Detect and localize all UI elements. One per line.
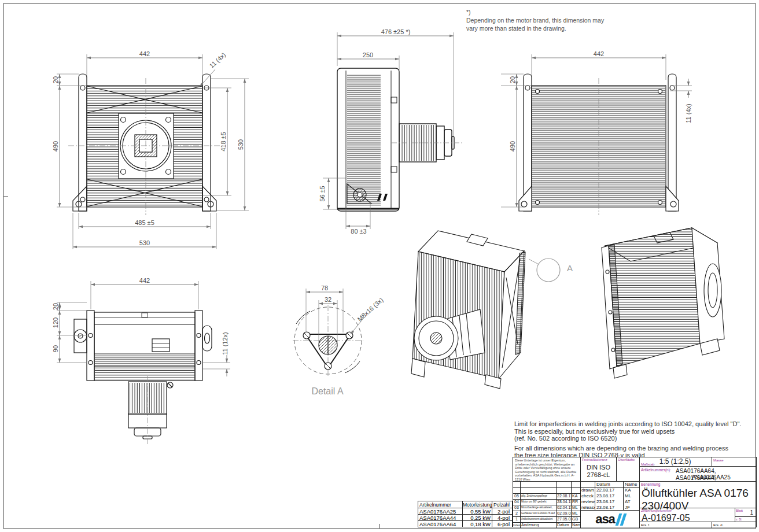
parts-cell: 0,55 kW bbox=[463, 508, 492, 514]
revision-header-name: Name bbox=[572, 522, 581, 528]
dim-side-foot-height: 56 ±5 bbox=[319, 186, 326, 201]
revision-index: 03 bbox=[513, 505, 521, 511]
dim-top-offset: 20 bbox=[52, 303, 59, 310]
revision-date: 28.04.15 bbox=[557, 499, 572, 505]
sheet-of-label: v. Bl. bbox=[735, 517, 757, 521]
motor-footnote: *) Depending on the motor brand, this di… bbox=[466, 8, 604, 32]
mass-cell: Masse bbox=[712, 457, 757, 467]
dim-top-depth-upper: 120 bbox=[52, 317, 59, 328]
surface-cell: Oberfläche bbox=[617, 457, 640, 482]
dim-top-hole: 11 (12x) bbox=[222, 332, 229, 355]
designation-cell: Benennung Ölluftkühler ASA 0176 230/400V bbox=[640, 482, 757, 508]
parts-cell: 4-pol bbox=[492, 515, 511, 520]
drawing-number-value: A-01697-05 bbox=[640, 513, 735, 523]
drawing-sheet: 442 20 490 11 (4x) 418 ±5 530 485 ±5 530… bbox=[0, 0, 759, 532]
drawing-number-label: Zeichnungsnummer bbox=[640, 508, 735, 513]
weld-note-line: This is especially, but not exclusively … bbox=[514, 428, 741, 435]
revision-date: 02.04.15 bbox=[557, 505, 572, 511]
revision-change: Artikelnummern aktualisiert bbox=[521, 516, 557, 522]
dim-rear-offset-top: 20 bbox=[509, 76, 516, 83]
parts-cell: ASA0176AA25 bbox=[418, 508, 463, 514]
revision-change: Gehäuse von ILR0A0176 auf ILR0A0177 geän… bbox=[521, 511, 557, 516]
dim-front-height-inner: 418 ±5 bbox=[220, 132, 227, 152]
signature-row-label: release bbox=[581, 505, 595, 511]
weld-note-line: (ref. No. 502 according to ISO 6520) bbox=[514, 435, 741, 442]
dim-side-total-length: 476 ±25 *) bbox=[381, 28, 411, 35]
revision-header-change: Änderung bbox=[521, 522, 557, 528]
dim-side-foot-width: 80 ±3 bbox=[351, 228, 366, 235]
mass-label: Masse bbox=[712, 457, 757, 463]
revision-date: 02.09.03 bbox=[557, 511, 572, 516]
dim-front-height: 490 bbox=[52, 141, 59, 152]
footnote-line2: vary more than stated in the drawing. bbox=[466, 24, 604, 32]
dim-front-width: 442 bbox=[139, 50, 150, 57]
title-block: Diese Unterlage ist unser Eigentum, urhe… bbox=[513, 457, 757, 527]
replaced-by-cell: Ers. d. bbox=[712, 522, 757, 528]
tolerance-label: Freimaßtoleranz bbox=[581, 457, 616, 462]
parts-header-motorleistung: Motorleistung bbox=[463, 501, 492, 508]
dim-top-depth-lower: 90 bbox=[52, 345, 59, 352]
dim-rear-width: 442 bbox=[594, 50, 604, 57]
parts-cell: ASA0176AA64 bbox=[418, 521, 463, 527]
ownership-note: Diese Unterlage ist unser Eigentum, urhe… bbox=[513, 457, 581, 482]
parts-header-artikelnummer: Artikelnummer bbox=[418, 501, 463, 508]
dim-front-width-inner: 485 ±5 bbox=[135, 219, 154, 226]
signature-block: Datum Name drawn 22.08.17 KA check stat.… bbox=[581, 482, 640, 511]
parts-cell: 2-pol bbox=[492, 508, 511, 514]
dim-rear-height: 490 bbox=[509, 141, 516, 152]
dim-front-height-outer: 530 bbox=[237, 139, 244, 150]
revision-index: 05 bbox=[513, 493, 521, 499]
signature-name-header: Name bbox=[624, 482, 640, 487]
tolerance-value-line2: 2768-cL bbox=[581, 471, 616, 479]
parts-cell: 0,25 kW bbox=[463, 515, 492, 520]
iso-detail-callout: A bbox=[567, 263, 573, 273]
drawing-number-cell: Zeichnungsnummer A-01697-05 bbox=[640, 508, 735, 522]
revision-date: 27.05.03 bbox=[557, 516, 572, 522]
sheet-label: Blatt bbox=[736, 509, 743, 513]
part-title-line1: Ölluftkühler ASA 0176 bbox=[642, 487, 749, 500]
signature-row-label: review bbox=[581, 499, 595, 505]
logo-cell: asa bbox=[581, 511, 640, 528]
tolerance-value-line1: DIN ISO bbox=[581, 464, 616, 471]
signature-row-name: KA bbox=[624, 487, 640, 493]
scale-value: 1:5 (1:2,5) bbox=[659, 457, 691, 466]
revision-index: 2 bbox=[513, 511, 521, 516]
signature-row-name: AT bbox=[624, 499, 640, 505]
revision-index: 04 bbox=[513, 499, 521, 505]
signature-row-date: 22.08.17 bbox=[595, 487, 624, 493]
signature-row-name: ML bbox=[624, 493, 640, 499]
sheet-number: 1 bbox=[750, 509, 753, 516]
asa-logo: asa bbox=[581, 511, 639, 528]
article-number-line2: ASA0176AA25 bbox=[692, 474, 731, 481]
surface-label: Oberfläche bbox=[617, 457, 639, 462]
replaces-for-cell: Ers. f. bbox=[640, 522, 712, 528]
revision-header-index: Index bbox=[513, 522, 521, 528]
signature-row-date: 23.08.17 bbox=[595, 493, 624, 499]
scale-label: Maßstab bbox=[640, 461, 654, 467]
footnote-line1: Depending on the motor brand, this dimen… bbox=[466, 16, 604, 24]
revision-change: Motorbaulänge aktualisiert, Motor um 90°… bbox=[521, 505, 557, 511]
signature-row-date: 23.08.17 bbox=[595, 499, 624, 505]
revision-header-date: Datum bbox=[557, 522, 572, 528]
signature-row-label: drawn bbox=[581, 487, 595, 493]
parts-cell: 6-pol bbox=[492, 521, 511, 527]
sheet-cell: Blatt 1 v. Bl. bbox=[735, 508, 757, 522]
revision-name: RR bbox=[572, 499, 581, 505]
scale-cell: Maßstab 1:5 (1:2,5) bbox=[640, 457, 712, 467]
dim-side-depth: 250 bbox=[363, 51, 373, 58]
revision-change: allg. Zeichnungspflege bbox=[521, 493, 557, 499]
weld-note-line: Limit for imperfections in welding joint… bbox=[514, 420, 741, 428]
revision-date: 22.08.17 bbox=[557, 493, 572, 499]
detail-a-label: Detail A bbox=[311, 386, 343, 397]
revision-name: ML bbox=[572, 505, 581, 511]
dim-detail-outer: 78 bbox=[321, 285, 328, 291]
asa-logo-text: asa bbox=[595, 513, 615, 526]
dim-front-offset-top: 20 bbox=[52, 76, 59, 83]
signature-date-header: Datum bbox=[595, 482, 624, 487]
dim-top-width: 442 bbox=[139, 277, 150, 284]
parts-table: ArtikelnummerMotorleistungPolzahl ASA017… bbox=[418, 501, 513, 527]
revision-change: Motor um 90° gedreht bbox=[521, 499, 557, 505]
weld-note-line: For all dimensions which are depending o… bbox=[514, 445, 741, 452]
tolerance-cell: Freimaßtoleranz DIN ISO 2768-cL bbox=[581, 457, 617, 482]
footnote-ref: *) bbox=[466, 8, 604, 16]
